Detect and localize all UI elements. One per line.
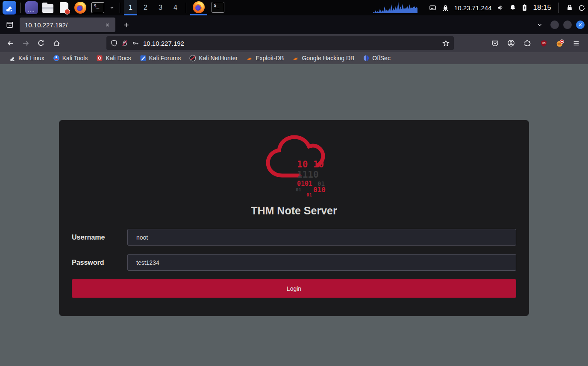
back-button[interactable] (3, 36, 18, 50)
bookmark-kali-tools[interactable]: Kali Tools (50, 53, 91, 63)
google-hacking-db-favicon (292, 55, 299, 61)
ethernet-icon[interactable] (429, 4, 437, 11)
saved-login-key-icon[interactable] (132, 40, 139, 47)
bookmark-google-hacking-db[interactable]: Google Hacking DB (289, 53, 357, 63)
logo-digits-row5-red: 01 (306, 192, 312, 198)
bookmarks-toolbar: Kali Linux Kali Tools Kali Docs Kali For… (0, 52, 588, 64)
window-minimize-button[interactable] (550, 20, 559, 29)
workspace-3[interactable]: 3 (154, 0, 167, 15)
kali-forums-favicon (140, 55, 147, 61)
logo-digits-row2: 1110 (297, 170, 319, 180)
svg-text:UO: UO (542, 42, 546, 44)
kali-dragon-icon (5, 3, 14, 12)
tab-close-icon[interactable] (103, 20, 112, 29)
panel-separator (186, 3, 186, 13)
workspace-2[interactable]: 2 (139, 0, 152, 15)
offsec-favicon (363, 55, 370, 61)
kali-docs-favicon (96, 55, 103, 61)
tracking-protection-shield-icon[interactable] (111, 40, 118, 47)
exploit-db-favicon (246, 55, 253, 61)
password-field[interactable] (127, 254, 516, 271)
new-tab-button[interactable] (120, 18, 132, 31)
bookmark-kali-forums[interactable]: Kali Forums (137, 53, 184, 63)
notifications-bell-icon[interactable] (509, 4, 516, 11)
url-bar[interactable]: 10.10.227.192 (106, 36, 454, 50)
launcher-terminal[interactable] (24, 0, 39, 15)
insecure-connection-lock-icon[interactable] (121, 40, 128, 47)
close-icon (578, 23, 582, 27)
bookmark-offsec[interactable]: OffSec (360, 53, 394, 63)
logout-icon[interactable] (578, 4, 585, 12)
terminal-glyph-icon: $_ (91, 2, 104, 13)
firefox-icon (193, 1, 205, 13)
logo-digits-row4-red: 010 (313, 186, 326, 194)
foxyproxy-icon[interactable] (552, 36, 567, 50)
pocket-icon[interactable] (487, 36, 503, 50)
logo-digits-row4-gray: 01 (296, 187, 302, 193)
window-close-button[interactable] (576, 20, 585, 29)
workspace-4[interactable]: 4 (169, 0, 182, 15)
forward-button[interactable] (18, 36, 33, 50)
lock-screen-icon[interactable] (566, 4, 573, 11)
account-icon[interactable] (503, 36, 519, 50)
vpn-ip-address: 10.23.71.244 (454, 4, 492, 12)
battery-icon[interactable] (521, 4, 528, 12)
url-text[interactable]: 10.10.227.192 (143, 40, 438, 47)
page-title: THM Note Server (72, 205, 516, 217)
clock[interactable]: 18:15 (533, 3, 551, 12)
terminal-app-icon (25, 1, 38, 14)
panel-separator (559, 3, 559, 13)
bookmark-kali-linux[interactable]: Kali Linux (6, 53, 47, 63)
workspace-1[interactable]: 1 (124, 0, 137, 15)
kali-nethunter-favicon (189, 55, 196, 61)
firefox-view-icon[interactable] (3, 18, 16, 31)
reload-button[interactable] (33, 36, 49, 50)
launcher-text-editor[interactable] (57, 0, 71, 15)
vpn-lock-icon[interactable] (442, 4, 449, 12)
bookmark-kali-nethunter[interactable]: Kali NetHunter (186, 53, 241, 63)
navigation-toolbar: 10.10.227.192 UO (0, 34, 588, 52)
bookmark-kali-docs[interactable]: Kali Docs (93, 53, 134, 63)
system-panel: $_ 1 2 3 4 $_ 10.23.71.244 (0, 0, 588, 15)
login-form: Username Password Login (72, 229, 516, 298)
volume-icon[interactable] (497, 4, 504, 11)
kali-linux-favicon (9, 55, 16, 61)
bookmark-star-icon[interactable] (442, 40, 450, 47)
taskbar-terminal-window[interactable]: $_ (209, 0, 227, 15)
launcher-dropdown-chevron-icon[interactable] (108, 1, 116, 14)
network-activity-graph (373, 2, 423, 13)
launcher-files[interactable] (41, 0, 55, 15)
taskbar-firefox-window[interactable] (190, 0, 207, 15)
thm-cloud-binary-logo: 10 10 1110 0101 01 01 010 01 (262, 130, 326, 198)
web-page-content: 10 10 1110 0101 01 01 010 01 THM Note Se… (0, 64, 588, 366)
password-label: Password (72, 259, 127, 266)
panel-separator (20, 3, 21, 13)
username-label: Username (72, 234, 127, 241)
list-all-tabs-chevron-icon[interactable] (533, 18, 546, 31)
bookmark-exploit-db[interactable]: Exploit-DB (243, 53, 287, 63)
launcher-terminal-emulator[interactable]: $_ (89, 0, 106, 15)
login-card: 10 10 1110 0101 01 01 010 01 THM Note Se… (59, 120, 529, 316)
terminal-glyph-icon: $_ (212, 2, 224, 13)
text-editor-icon (60, 2, 68, 13)
browser-tab[interactable]: 10.10.227.192/ (20, 18, 115, 32)
username-field[interactable] (127, 229, 516, 246)
kali-tools-favicon (53, 55, 60, 61)
login-button[interactable]: Login (72, 279, 516, 298)
logo-digits-row1: 10 10 (297, 159, 324, 170)
file-manager-icon (42, 4, 53, 13)
tab-bar: 10.10.227.192/ (0, 15, 588, 34)
logo-digits-row3-red: 0101 (297, 180, 312, 187)
firefox-window: 10.10.227.192/ (0, 15, 588, 366)
panel-separator (120, 3, 120, 13)
home-button[interactable] (49, 36, 64, 50)
ublock-origin-icon[interactable]: UO (536, 36, 551, 50)
menu-hamburger-icon[interactable] (568, 36, 584, 50)
launcher-firefox[interactable] (73, 0, 88, 15)
tab-title: 10.10.227.192/ (25, 21, 103, 29)
kali-menu-button[interactable] (3, 1, 16, 15)
extensions-puzzle-icon[interactable] (520, 36, 535, 50)
window-maximize-button[interactable] (563, 20, 572, 29)
firefox-icon (74, 2, 86, 14)
